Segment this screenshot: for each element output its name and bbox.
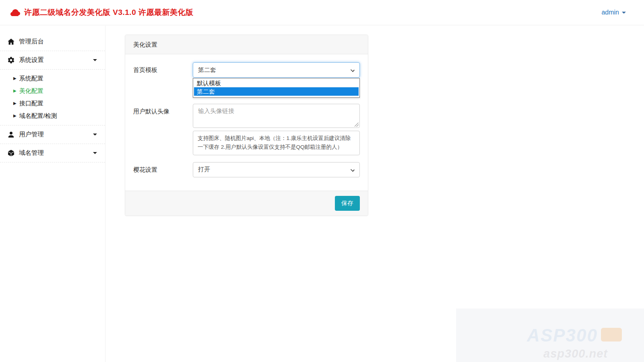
sidebar: 管理后台 系统设置 ▶ 系统配置 ▶ 美化配置 ▶ 接口配置 — [0, 26, 105, 362]
sakura-control: 打开 — [193, 162, 360, 177]
sidebar-item-admin-home[interactable]: 管理后台 — [0, 33, 105, 51]
sidebar-subitem-domain-config-check[interactable]: ▶ 域名配置/检测 — [0, 110, 105, 122]
submenu-arrow-icon: ▶ — [13, 113, 17, 118]
panel-title: 美化设置 — [125, 35, 368, 54]
sidebar-item-system-settings[interactable]: 系统设置 — [0, 51, 105, 69]
sakura-label: 樱花设置 — [133, 162, 193, 177]
sidebar-subitem-system-config[interactable]: ▶ 系统配置 — [0, 72, 105, 85]
top-navbar: 许愿二级域名分发美化版 V3.1.0 许愿最新美化版 admin — [0, 0, 644, 25]
app-window: 许愿二级域名分发美化版 V3.1.0 许愿最新美化版 admin 管理后台 系统… — [0, 0, 644, 362]
watermark-area: ASP300 asp300.net — [456, 309, 644, 362]
sidebar-divider — [0, 162, 105, 162]
sidebar-subitem-label: 系统配置 — [19, 75, 43, 82]
sakura-select[interactable]: 打开 — [193, 162, 360, 177]
default-avatar-control: 支持图床、随机图片api、本地（注：1.康乐主机设置后建议清除一下缓存 2.用户… — [193, 104, 360, 155]
chevron-down-icon — [351, 68, 355, 72]
form-row-home-template: 首页模板 第二套 默认模板 第二套 — [133, 62, 360, 78]
sidebar-submenu-system: ▶ 系统配置 ▶ 美化配置 ▶ 接口配置 ▶ 域名配置/检测 — [0, 70, 105, 125]
cube-icon — [7, 149, 15, 157]
default-avatar-label: 用户默认头像 — [133, 104, 193, 155]
home-template-selected-value: 第二套 — [198, 66, 216, 74]
home-template-label: 首页模板 — [133, 62, 193, 78]
sidebar-subitem-beautify-config[interactable]: ▶ 美化配置 — [0, 85, 105, 97]
dropdown-option-second-set[interactable]: 第二套 — [194, 87, 359, 96]
cloud-icon — [10, 8, 21, 16]
chevron-down-icon — [93, 134, 97, 136]
home-template-select[interactable]: 第二套 — [193, 62, 360, 78]
sidebar-item-label: 系统设置 — [19, 56, 44, 64]
avatar-help-text: 支持图床、随机图片api、本地（注：1.康乐主机设置后建议清除一下缓存 2.用户… — [193, 131, 360, 155]
user-menu[interactable]: admin — [601, 9, 626, 16]
beautify-settings-panel: 美化设置 首页模板 第二套 默认模板 第二套 用户默认头像 — [125, 35, 368, 216]
sidebar-item-label: 管理后台 — [19, 37, 44, 46]
user-menu-label: admin — [601, 9, 619, 16]
watermark-subtitle: asp300.net — [543, 347, 608, 360]
sidebar-item-label: 用户管理 — [19, 130, 44, 139]
avatar-textarea-wrap — [193, 104, 360, 128]
chevron-down-icon — [351, 167, 355, 171]
sakura-selected-value: 打开 — [198, 166, 210, 173]
gear-icon — [7, 56, 15, 64]
submenu-arrow-icon: ▶ — [13, 76, 17, 80]
dropdown-option-default-template[interactable]: 默认模板 — [194, 79, 359, 87]
watermark-badge — [601, 328, 622, 341]
home-template-dropdown: 默认模板 第二套 — [193, 78, 360, 98]
chevron-down-icon — [93, 59, 97, 61]
form-row-default-avatar: 用户默认头像 支持图床、随机图片api、本地（注：1.康乐主机设置后建议清除一下… — [133, 104, 360, 155]
save-button[interactable]: 保存 — [335, 196, 360, 211]
submenu-arrow-icon: ▶ — [13, 101, 17, 105]
home-icon — [7, 38, 15, 45]
sidebar-subitem-label: 接口配置 — [19, 100, 43, 107]
sidebar-subitem-label: 域名配置/检测 — [19, 112, 57, 120]
submenu-arrow-icon: ▶ — [13, 88, 17, 93]
form-row-sakura: 樱花设置 打开 — [133, 162, 360, 177]
brand-link[interactable]: 许愿二级域名分发美化版 V3.1.0 许愿最新美化版 — [10, 7, 194, 18]
sidebar-item-domain-management[interactable]: 域名管理 — [0, 144, 105, 162]
brand-title: 许愿二级域名分发美化版 V3.1.0 许愿最新美化版 — [24, 7, 194, 18]
sidebar-subitem-label: 美化配置 — [19, 87, 43, 95]
avatar-link-input[interactable] — [193, 104, 360, 128]
sidebar-item-label: 域名管理 — [19, 149, 44, 157]
panel-body: 首页模板 第二套 默认模板 第二套 用户默认头像 — [125, 54, 368, 191]
caret-down-icon — [622, 12, 626, 14]
user-icon — [7, 131, 15, 138]
home-template-control: 第二套 默认模板 第二套 — [193, 62, 360, 78]
watermark-title: ASP300 — [527, 325, 598, 346]
sidebar-subitem-api-config[interactable]: ▶ 接口配置 — [0, 97, 105, 110]
chevron-down-icon — [93, 152, 97, 154]
panel-footer: 保存 — [125, 191, 368, 216]
sidebar-item-user-management[interactable]: 用户管理 — [0, 125, 105, 144]
